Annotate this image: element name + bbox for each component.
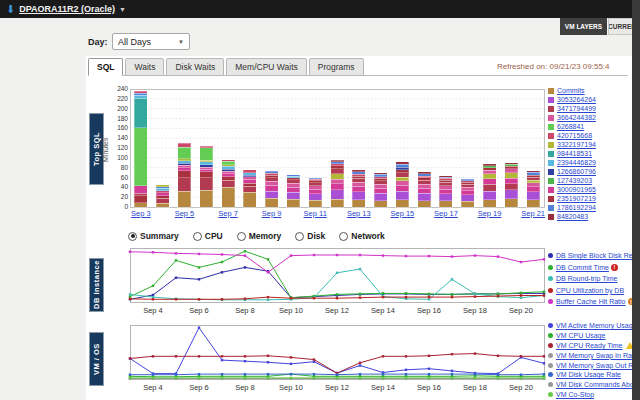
legend-row: VM Active Memory Usage: [548, 321, 640, 331]
radio-circle-summary[interactable]: [128, 232, 137, 241]
instance-link[interactable]: DPAORA11R2 (Oracle): [19, 4, 115, 14]
instance-dropdown-caret-icon[interactable]: ▼: [119, 6, 126, 13]
legend-row: 127439203: [548, 176, 596, 185]
xtick-label-sep-18: Sep 18: [461, 383, 489, 392]
legend-row: VM Co-Stop: [548, 390, 640, 400]
legend-swatch-icon: [548, 115, 554, 121]
xtick-link-sep-7[interactable]: Sep 7: [214, 209, 242, 218]
legend-link-6268841[interactable]: 6268841: [557, 123, 584, 130]
legend-link-vm-memory-swap-in-rate[interactable]: VM Memory Swap In Rate: [556, 352, 638, 359]
db-instance-line-chart[interactable]: [114, 246, 546, 306]
xtick-label-sep-6: Sep 6: [185, 306, 213, 315]
vm-os-legend: VM Active Memory UsageVM CPU UsageVM CPU…: [548, 321, 640, 399]
xtick-link-sep-3[interactable]: Sep 3: [127, 209, 155, 218]
legend-dot-icon: [548, 333, 553, 338]
legend-link-vm-cpu-ready-time[interactable]: VM CPU Ready Time: [556, 342, 623, 349]
vm-os-line-chart[interactable]: [114, 323, 546, 383]
legend-link-db-single-block-disk-read-time[interactable]: DB Single Block Disk Read Time: [556, 252, 640, 259]
tab-mem-cpu-waits[interactable]: Mem/CPU Waits: [226, 58, 307, 76]
radio-circle-cpu[interactable]: [193, 232, 202, 241]
top-navigation-bar: ⬇ DPAORA11R2 (Oracle) ▼: [0, 0, 640, 18]
legend-link-vm-cpu-usage[interactable]: VM CPU Usage: [556, 332, 605, 339]
legend-link-2394446829[interactable]: 2394446829: [557, 159, 596, 166]
tab-programs[interactable]: Programs: [309, 58, 364, 76]
legend-row: 2394446829: [548, 158, 596, 167]
xtick-label-sep-12: Sep 12: [323, 383, 351, 392]
radio-cpu[interactable]: CPU: [193, 231, 223, 241]
top-sql-x-axis-links: Sep 3Sep 5Sep 7Sep 9Sep 11Sep 13Sep 15Se…: [114, 209, 546, 219]
xtick-link-sep-19[interactable]: Sep 19: [476, 209, 504, 218]
tab-sql[interactable]: SQL: [88, 58, 123, 76]
critical-alert-badge-icon[interactable]: !: [611, 264, 618, 271]
legend-link-3322197194[interactable]: 3322197194: [557, 141, 596, 148]
window-scrollbar-strip[interactable]: [632, 0, 640, 400]
xtick-link-sep-21[interactable]: Sep 21: [519, 209, 547, 218]
legend-link-3053264264[interactable]: 3053264264: [557, 96, 596, 103]
legend-link-1786192294[interactable]: 1786192294: [557, 204, 596, 211]
legend-link-84820483[interactable]: 84820483: [557, 213, 588, 220]
radio-label-disk: Disk: [307, 231, 325, 241]
select-caret-icon: ▼: [178, 39, 184, 45]
db-instance-x-axis-labels: Sep 4Sep 6Sep 8Sep 10Sep 12Sep 14Sep 16S…: [114, 306, 546, 316]
legend-row: 1266860796: [548, 167, 596, 176]
svg-text:200: 200: [117, 105, 128, 112]
xtick-link-sep-9[interactable]: Sep 9: [258, 209, 286, 218]
legend-link-cpu-utilization-by-db[interactable]: CPU Utilization by DB: [556, 287, 624, 294]
legend-row: VM Memory Swap In Rate: [548, 350, 640, 360]
radio-circle-memory[interactable]: [237, 232, 246, 241]
radio-summary[interactable]: Summary: [128, 231, 179, 241]
legend-row: 420715668: [548, 131, 596, 140]
legend-link-vm-active-memory-usage[interactable]: VM Active Memory Usage: [556, 322, 637, 329]
legend-link-vm-memory-swap-out-rate[interactable]: VM Memory Swap Out Rate: [556, 362, 640, 369]
legend-dot-icon: [548, 253, 553, 258]
legend-link-3664244382[interactable]: 3664244382: [557, 114, 596, 121]
legend-swatch-icon: [548, 88, 554, 94]
legend-row: 3322197194: [548, 140, 596, 149]
legend-dot-icon: [548, 265, 553, 270]
svg-text:240: 240: [117, 85, 128, 92]
legend-row: DB Round-trip Time: [548, 273, 640, 285]
xtick-link-sep-5[interactable]: Sep 5: [170, 209, 198, 218]
tab-disk-waits[interactable]: Disk Waits: [166, 58, 224, 76]
radio-network[interactable]: Network: [339, 231, 385, 241]
xtick-label-sep-18: Sep 18: [461, 306, 489, 315]
legend-row: 2351907219: [548, 194, 596, 203]
xtick-link-sep-17[interactable]: Sep 17: [432, 209, 460, 218]
legend-link-db-round-trip-time[interactable]: DB Round-trip Time: [556, 275, 617, 282]
legend-row: Commits: [548, 86, 596, 95]
day-select[interactable]: All Days ▼: [112, 33, 190, 50]
legend-link-127439203[interactable]: 127439203: [557, 177, 592, 184]
xtick-link-sep-13[interactable]: Sep 13: [345, 209, 373, 218]
legend-link-vm-disk-usage-rate[interactable]: VM Disk Usage Rate: [556, 371, 621, 378]
radio-disk[interactable]: Disk: [295, 231, 325, 241]
legend-swatch-icon: [548, 133, 554, 139]
svg-text:220: 220: [117, 95, 128, 102]
legend-link-3471794499[interactable]: 3471794499: [557, 105, 596, 112]
legend-link-984418531[interactable]: 984418531: [557, 150, 592, 157]
radio-circle-disk[interactable]: [295, 232, 304, 241]
legend-dot-icon: [548, 343, 553, 348]
legend-link-buffer-cache-hit-ratio[interactable]: Buffer Cache Hit Ratio: [556, 298, 626, 305]
vm-layers-button[interactable]: VM LAYERS: [560, 18, 607, 35]
legend-row: CPU Utilization by DB: [548, 285, 640, 297]
xtick-link-sep-11[interactable]: Sep 11: [301, 209, 329, 218]
refreshed-timestamp: Refreshed on: 09/21/23 09:55:4: [497, 62, 632, 71]
legend-swatch-icon: [548, 142, 554, 148]
legend-link-commits[interactable]: Commits: [557, 87, 585, 94]
legend-link-vm-disk-commands-aborted[interactable]: VM Disk Commands Aborted: [556, 381, 640, 388]
tab-waits[interactable]: Waits: [125, 58, 164, 76]
legend-swatch-icon: [548, 187, 554, 193]
top-sql-stacked-bar-chart[interactable]: 020406080100120140160180200220240: [114, 84, 546, 210]
legend-dot-icon: [548, 372, 553, 377]
svg-text:180: 180: [117, 115, 128, 122]
radio-memory[interactable]: Memory: [237, 231, 282, 241]
xtick-link-sep-15[interactable]: Sep 15: [388, 209, 416, 218]
legend-link-db-commit-time[interactable]: DB Commit Time: [556, 264, 609, 271]
legend-link-1266860796[interactable]: 1266860796: [557, 168, 596, 175]
legend-link-2351907219[interactable]: 2351907219: [557, 195, 596, 202]
legend-link-420715668[interactable]: 420715668: [557, 132, 592, 139]
legend-link-3000901965[interactable]: 3000901965: [557, 186, 596, 193]
blue-down-arrow-icon[interactable]: ⬇: [6, 0, 15, 18]
radio-circle-network[interactable]: [339, 232, 348, 241]
legend-link-vm-co-stop[interactable]: VM Co-Stop: [556, 391, 594, 398]
